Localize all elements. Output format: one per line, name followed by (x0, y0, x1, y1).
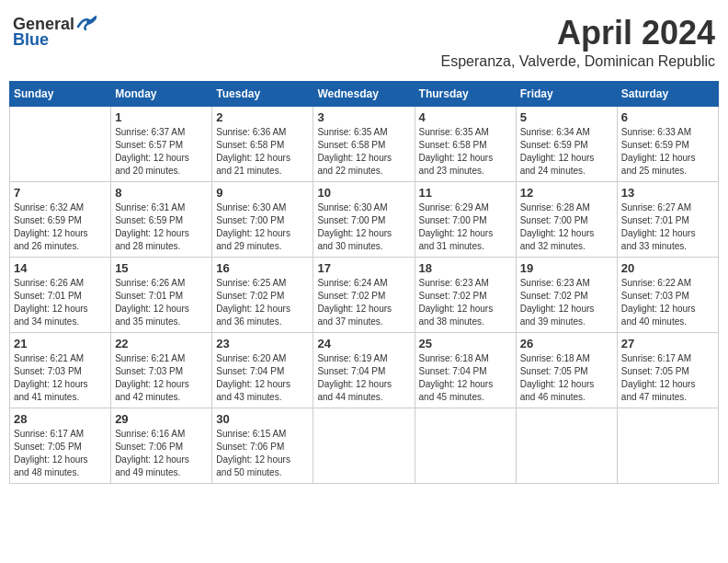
calendar-cell (516, 408, 617, 483)
day-number: 25 (419, 337, 512, 350)
calendar-cell: 14Sunrise: 6:26 AM Sunset: 7:01 PM Dayli… (10, 257, 111, 332)
calendar-cell: 26Sunrise: 6:18 AM Sunset: 7:05 PM Dayli… (516, 332, 617, 408)
day-number: 22 (115, 337, 208, 350)
day-info: Sunrise: 6:23 AM Sunset: 7:02 PM Dayligh… (419, 277, 512, 328)
day-info: Sunrise: 6:26 AM Sunset: 7:01 PM Dayligh… (115, 277, 208, 328)
day-info: Sunrise: 6:27 AM Sunset: 7:01 PM Dayligh… (621, 201, 714, 253)
calendar-cell: 5Sunrise: 6:34 AM Sunset: 6:59 PM Daylig… (516, 106, 617, 181)
header-sunday: Sunday (10, 81, 111, 106)
logo-blue: Blue (13, 30, 49, 50)
day-info: Sunrise: 6:29 AM Sunset: 7:00 PM Dayligh… (419, 201, 512, 253)
day-number: 4 (419, 110, 512, 124)
day-number: 30 (216, 412, 309, 426)
day-number: 23 (216, 337, 309, 350)
day-number: 29 (115, 412, 208, 426)
day-number: 11 (419, 186, 512, 200)
calendar-subtitle: Esperanza, Valverde, Dominican Republic (440, 53, 715, 70)
day-number: 13 (621, 186, 714, 200)
calendar-cell: 22Sunrise: 6:21 AM Sunset: 7:03 PM Dayli… (111, 332, 212, 408)
calendar-cell (415, 408, 516, 483)
calendar-cell: 20Sunrise: 6:22 AM Sunset: 7:03 PM Dayli… (617, 257, 718, 332)
day-number: 9 (216, 186, 309, 200)
week-row-3: 14Sunrise: 6:26 AM Sunset: 7:01 PM Dayli… (10, 257, 719, 332)
day-info: Sunrise: 6:24 AM Sunset: 7:02 PM Dayligh… (317, 277, 410, 328)
calendar-title: April 2024 (440, 15, 715, 52)
day-number: 12 (520, 186, 613, 200)
calendar-cell: 10Sunrise: 6:30 AM Sunset: 7:00 PM Dayli… (313, 181, 415, 257)
calendar-cell: 8Sunrise: 6:31 AM Sunset: 6:59 PM Daylig… (111, 181, 212, 257)
day-info: Sunrise: 6:31 AM Sunset: 6:59 PM Dayligh… (115, 201, 208, 253)
day-number: 2 (216, 110, 309, 124)
day-number: 28 (14, 412, 107, 426)
day-info: Sunrise: 6:30 AM Sunset: 7:00 PM Dayligh… (317, 201, 410, 253)
day-info: Sunrise: 6:36 AM Sunset: 6:58 PM Dayligh… (216, 126, 309, 178)
week-row-1: 1Sunrise: 6:37 AM Sunset: 6:57 PM Daylig… (10, 106, 719, 181)
day-info: Sunrise: 6:30 AM Sunset: 7:00 PM Dayligh… (216, 201, 309, 253)
calendar-cell: 24Sunrise: 6:19 AM Sunset: 7:04 PM Dayli… (313, 332, 415, 408)
calendar-cell: 18Sunrise: 6:23 AM Sunset: 7:02 PM Dayli… (415, 257, 516, 332)
day-info: Sunrise: 6:21 AM Sunset: 7:03 PM Dayligh… (14, 352, 107, 404)
day-info: Sunrise: 6:35 AM Sunset: 6:58 PM Dayligh… (419, 126, 512, 178)
day-number: 19 (520, 261, 613, 275)
day-info: Sunrise: 6:37 AM Sunset: 6:57 PM Dayligh… (115, 126, 208, 178)
logo-bird-icon (76, 16, 97, 30)
calendar-cell: 6Sunrise: 6:33 AM Sunset: 6:59 PM Daylig… (617, 106, 718, 181)
logo: General Blue (13, 15, 97, 50)
day-info: Sunrise: 6:17 AM Sunset: 7:05 PM Dayligh… (621, 352, 714, 404)
day-info: Sunrise: 6:25 AM Sunset: 7:02 PM Dayligh… (216, 277, 309, 328)
day-info: Sunrise: 6:22 AM Sunset: 7:03 PM Dayligh… (621, 277, 714, 328)
day-info: Sunrise: 6:17 AM Sunset: 7:05 PM Dayligh… (14, 428, 107, 479)
day-number: 18 (419, 261, 512, 275)
day-info: Sunrise: 6:20 AM Sunset: 7:04 PM Dayligh… (216, 352, 309, 404)
title-section: April 2024 Esperanza, Valverde, Dominica… (440, 15, 715, 70)
header: General Blue April 2024 Esperanza, Valve… (9, 9, 719, 75)
calendar-cell: 1Sunrise: 6:37 AM Sunset: 6:57 PM Daylig… (111, 106, 212, 181)
day-number: 7 (14, 186, 107, 200)
calendar-cell: 29Sunrise: 6:16 AM Sunset: 7:06 PM Dayli… (111, 408, 212, 483)
calendar-cell: 3Sunrise: 6:35 AM Sunset: 6:58 PM Daylig… (313, 106, 415, 181)
calendar-cell: 25Sunrise: 6:18 AM Sunset: 7:04 PM Dayli… (415, 332, 516, 408)
day-info: Sunrise: 6:35 AM Sunset: 6:58 PM Dayligh… (317, 126, 410, 178)
day-number: 21 (14, 337, 107, 350)
day-info: Sunrise: 6:26 AM Sunset: 7:01 PM Dayligh… (14, 277, 107, 328)
day-number: 6 (621, 110, 714, 124)
header-friday: Friday (516, 81, 617, 106)
calendar-cell: 19Sunrise: 6:23 AM Sunset: 7:02 PM Dayli… (516, 257, 617, 332)
calendar-cell: 30Sunrise: 6:15 AM Sunset: 7:06 PM Dayli… (212, 408, 313, 483)
calendar-cell: 28Sunrise: 6:17 AM Sunset: 7:05 PM Dayli… (10, 408, 111, 483)
day-number: 27 (621, 337, 714, 350)
day-info: Sunrise: 6:28 AM Sunset: 7:00 PM Dayligh… (520, 201, 613, 253)
weekday-header-row: Sunday Monday Tuesday Wednesday Thursday… (10, 81, 719, 106)
header-monday: Monday (111, 81, 212, 106)
calendar-cell: 11Sunrise: 6:29 AM Sunset: 7:00 PM Dayli… (415, 181, 516, 257)
day-number: 3 (317, 110, 410, 124)
week-row-4: 21Sunrise: 6:21 AM Sunset: 7:03 PM Dayli… (10, 332, 719, 408)
day-info: Sunrise: 6:18 AM Sunset: 7:04 PM Dayligh… (419, 352, 512, 404)
calendar-cell: 13Sunrise: 6:27 AM Sunset: 7:01 PM Dayli… (617, 181, 718, 257)
calendar-cell: 27Sunrise: 6:17 AM Sunset: 7:05 PM Dayli… (617, 332, 718, 408)
calendar-cell: 15Sunrise: 6:26 AM Sunset: 7:01 PM Dayli… (111, 257, 212, 332)
calendar-cell: 17Sunrise: 6:24 AM Sunset: 7:02 PM Dayli… (313, 257, 415, 332)
calendar-cell (313, 408, 415, 483)
day-number: 15 (115, 261, 208, 275)
day-info: Sunrise: 6:34 AM Sunset: 6:59 PM Dayligh… (520, 126, 613, 178)
calendar-cell: 16Sunrise: 6:25 AM Sunset: 7:02 PM Dayli… (212, 257, 313, 332)
calendar-cell (10, 106, 111, 181)
calendar-cell: 7Sunrise: 6:32 AM Sunset: 6:59 PM Daylig… (10, 181, 111, 257)
week-row-5: 28Sunrise: 6:17 AM Sunset: 7:05 PM Dayli… (10, 408, 719, 483)
day-number: 17 (317, 261, 410, 275)
header-tuesday: Tuesday (212, 81, 313, 106)
day-info: Sunrise: 6:33 AM Sunset: 6:59 PM Dayligh… (621, 126, 714, 178)
calendar-cell: 9Sunrise: 6:30 AM Sunset: 7:00 PM Daylig… (212, 181, 313, 257)
week-row-2: 7Sunrise: 6:32 AM Sunset: 6:59 PM Daylig… (10, 181, 719, 257)
day-number: 10 (317, 186, 410, 200)
day-info: Sunrise: 6:32 AM Sunset: 6:59 PM Dayligh… (14, 201, 107, 253)
calendar-cell: 2Sunrise: 6:36 AM Sunset: 6:58 PM Daylig… (212, 106, 313, 181)
calendar-table: Sunday Monday Tuesday Wednesday Thursday… (9, 81, 719, 484)
calendar-cell: 23Sunrise: 6:20 AM Sunset: 7:04 PM Dayli… (212, 332, 313, 408)
calendar-cell: 12Sunrise: 6:28 AM Sunset: 7:00 PM Dayli… (516, 181, 617, 257)
day-number: 20 (621, 261, 714, 275)
calendar-cell: 21Sunrise: 6:21 AM Sunset: 7:03 PM Dayli… (10, 332, 111, 408)
day-info: Sunrise: 6:15 AM Sunset: 7:06 PM Dayligh… (216, 428, 309, 479)
day-number: 24 (317, 337, 410, 350)
